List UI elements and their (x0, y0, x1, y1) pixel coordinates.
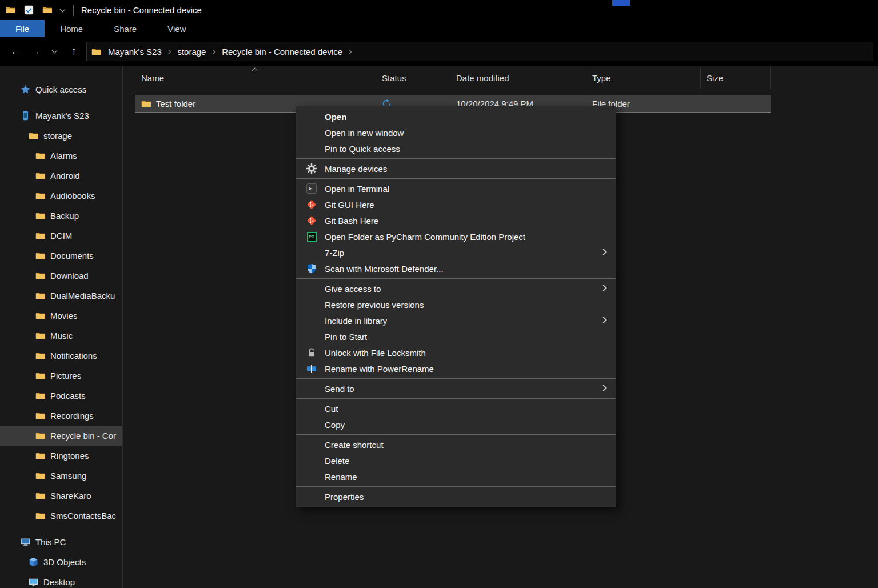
menu-item-unlock-with-file-locksmith[interactable]: Unlock with File Locksmith (296, 345, 616, 361)
breadcrumb-chevron-icon[interactable]: › (163, 46, 177, 57)
sidebar-item-audiobooks[interactable]: Audiobooks (0, 186, 122, 206)
sidebar-item-podcasts[interactable]: Podcasts (0, 386, 122, 406)
sidebar-item-mayank-s-s23[interactable]: Mayank's S23 (0, 106, 122, 126)
menu-item-open-in-terminal[interactable]: >_Open in Terminal (296, 181, 616, 197)
sidebar-item-quick-access[interactable]: Quick access (0, 79, 122, 99)
menu-item-properties[interactable]: Properties (296, 489, 616, 505)
sidebar-item-this-pc[interactable]: This PC (0, 532, 122, 552)
menu-item-git-bash-here[interactable]: Git Bash Here (296, 213, 616, 229)
address-bar[interactable]: Mayank's S23›storage›Recycle bin - Conne… (86, 42, 873, 61)
breadcrumb-segment-storage[interactable]: storage (176, 47, 207, 57)
column-header-type[interactable]: Type (586, 67, 701, 89)
sidebar-item-recycle-bin-cor[interactable]: Recycle bin - Cor (0, 426, 122, 446)
sidebar-item-music[interactable]: Music (0, 326, 122, 346)
titlebar-folder-icon[interactable] (42, 5, 52, 15)
breadcrumb-chevron-icon[interactable]: › (344, 46, 357, 57)
tab-view[interactable]: View (152, 20, 201, 37)
menu-separator (296, 378, 616, 379)
sidebar-item-label: Backup (50, 211, 122, 221)
sidebar-item-sharekaro[interactable]: ShareKaro (0, 486, 122, 506)
sidebar-item-label: Download (50, 271, 122, 281)
sidebar-item-recordings[interactable]: Recordings (0, 406, 122, 426)
column-header-size[interactable]: Size (701, 67, 771, 89)
tab-home[interactable]: Home (45, 20, 98, 37)
menu-item-delete[interactable]: Delete (296, 453, 616, 469)
titlebar-check-icon[interactable] (24, 5, 34, 15)
nav-buttons: ←→↑ (7, 42, 83, 61)
breadcrumb-segment-mayank-s-s23[interactable]: Mayank's S23 (107, 47, 163, 57)
sidebar-item-storage[interactable]: storage (0, 126, 122, 146)
sidebar-item-backup[interactable]: Backup (0, 206, 122, 226)
sidebar-item-samsung[interactable]: Samsung (0, 466, 122, 486)
menu-item-send-to[interactable]: Send to (296, 381, 616, 397)
menu-item-7-zip[interactable]: 7-Zip (296, 245, 616, 261)
menu-item-scan-with-microsoft-defender[interactable]: Scan with Microsoft Defender... (296, 261, 616, 277)
menu-item-cut[interactable]: Cut (296, 401, 616, 417)
sidebar-item-desktop[interactable]: Desktop (0, 572, 122, 588)
menu-item-rename-with-powerrename[interactable]: Rename with PowerRename (296, 361, 616, 377)
menu-item-git-gui-here[interactable]: Git GUI Here (296, 197, 616, 213)
sidebar-item-download[interactable]: Download (0, 266, 122, 286)
sidebar-item-label: DCIM (50, 231, 122, 241)
quick-access-toolbar (0, 5, 65, 15)
menu-item-open-in-new-window[interactable]: Open in new window (296, 125, 616, 141)
sidebar-item-movies[interactable]: Movies (0, 306, 122, 326)
menu-item-manage-devices[interactable]: Manage devices (296, 161, 616, 177)
chevron-down-button[interactable] (46, 42, 63, 61)
sidebar-item-3d-objects[interactable]: 3D Objects (0, 552, 122, 572)
folder-icon (34, 271, 46, 281)
navigation-bar: ←→↑ Mayank's S23›storage›Recycle bin - C… (0, 37, 878, 66)
menu-item-open-folder-as-pycharm-community-edition-project[interactable]: PCOpen Folder as PyCharm Community Editi… (296, 229, 616, 245)
folder-icon (34, 171, 46, 181)
sidebar-item-dcim[interactable]: DCIM (0, 226, 122, 246)
menu-item-label: Copy (325, 420, 345, 430)
menu-item-restore-previous-versions[interactable]: Restore previous versions (296, 297, 616, 313)
up-button[interactable]: ↑ (65, 42, 83, 61)
sidebar-item-documents[interactable]: Documents (0, 246, 122, 266)
window-title: Recycle bin - Connected device (81, 5, 202, 15)
folder-icon (34, 231, 46, 241)
menu-item-copy[interactable]: Copy (296, 417, 616, 433)
column-header-label: Size (707, 73, 723, 83)
menu-item-give-access-to[interactable]: Give access to (296, 281, 616, 297)
terminal-icon: >_ (305, 182, 318, 195)
menu-item-label: Pin to Quick access (325, 144, 400, 154)
tab-file[interactable]: File (0, 20, 45, 37)
sidebar-item-label: 3D Objects (43, 557, 122, 567)
chevron-down-icon (61, 9, 65, 11)
menu-item-label: Create shortcut (325, 440, 384, 450)
sidebar-item-smscontactsbac[interactable]: SmsContactsBac (0, 506, 122, 526)
sidebar-item-label: Documents (50, 251, 122, 261)
folder-icon (34, 291, 46, 301)
folder-icon (34, 511, 46, 521)
sidebar-item-label: Recycle bin - Cor (50, 431, 122, 441)
breadcrumb-chevron-icon[interactable]: › (207, 46, 221, 57)
sidebar-item-ringtones[interactable]: Ringtones (0, 446, 122, 466)
folder-icon (34, 191, 46, 201)
menu-item-rename[interactable]: Rename (296, 469, 616, 485)
titlebar-chevron-down-icon[interactable] (61, 9, 65, 11)
sidebar-item-label: Music (50, 331, 122, 341)
tab-share[interactable]: Share (98, 20, 152, 37)
folder-icon (34, 491, 46, 501)
back-button[interactable]: ← (7, 42, 25, 61)
menu-separator (296, 278, 616, 279)
menu-item-include-in-library[interactable]: Include in library (296, 313, 616, 329)
menu-item-pin-to-quick-access[interactable]: Pin to Quick access (296, 141, 616, 157)
menu-item-create-shortcut[interactable]: Create shortcut (296, 437, 616, 453)
forward-button[interactable]: → (26, 42, 44, 61)
sidebar-item-android[interactable]: Android (0, 166, 122, 186)
breadcrumb-segment-recycle-bin-connected-device[interactable]: Recycle bin - Connected device (221, 47, 344, 57)
sidebar-item-alarms[interactable]: Alarms (0, 146, 122, 166)
column-header-status[interactable]: Status (376, 67, 450, 89)
column-header-name[interactable]: Name (135, 67, 376, 89)
menu-item-label: Rename with PowerRename (325, 364, 434, 374)
folder-icon (141, 99, 151, 109)
sidebar-item-pictures[interactable]: Pictures (0, 366, 122, 386)
menu-item-pin-to-start[interactable]: Pin to Start (296, 329, 616, 345)
sidebar-item-notifications[interactable]: Notifications (0, 346, 122, 366)
column-header-date-modified[interactable]: Date modified (450, 67, 586, 89)
menu-item-open[interactable]: Open (296, 109, 616, 125)
sidebar-item-dualmediabacku[interactable]: DualMediaBacku (0, 286, 122, 306)
titlebar-folder-icon[interactable] (6, 5, 15, 15)
